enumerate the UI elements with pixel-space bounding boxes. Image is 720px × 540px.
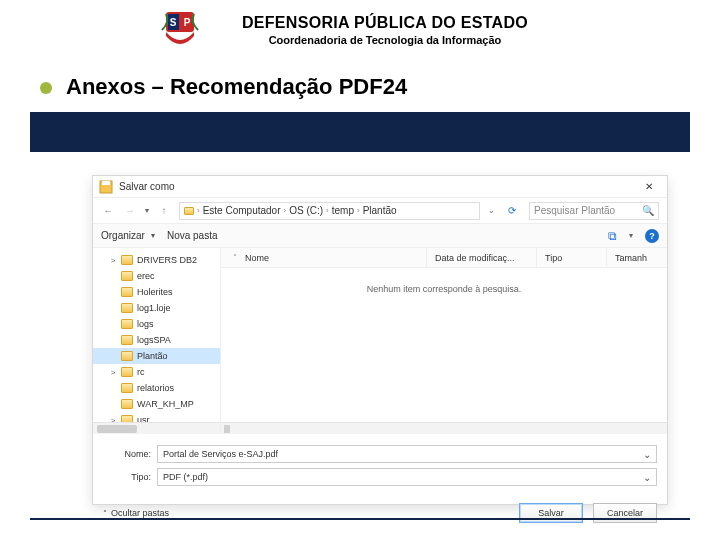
save-as-dialog: Salvar como ✕ ← → ▾ ↑ › Este Computador … xyxy=(92,175,668,505)
tree-label: WAR_KH_MP xyxy=(137,399,220,409)
help-button[interactable]: ? xyxy=(645,229,659,243)
dialog-toolbar: Organizar Nova pasta ⧉ ▾ ? xyxy=(93,224,667,248)
state-crest-icon: S P xyxy=(160,8,200,52)
search-placeholder: Pesquisar Plantão xyxy=(534,205,615,216)
col-type[interactable]: Tipo xyxy=(537,248,607,267)
tree-item[interactable]: WAR_KH_MP xyxy=(93,396,220,412)
dialog-nav: ← → ▾ ↑ › Este Computador › OS (C:) › te… xyxy=(93,198,667,224)
view-options-button[interactable]: ⧉ xyxy=(608,229,617,243)
folder-icon xyxy=(121,255,133,265)
refresh-button[interactable]: ⟳ xyxy=(503,205,521,216)
tree-item[interactable]: logs xyxy=(93,316,220,332)
dialog-form: Nome: Portal de Serviços e-SAJ.pdf Tipo:… xyxy=(93,434,667,497)
tree-caret-icon: > xyxy=(109,256,117,265)
up-button[interactable]: ↑ xyxy=(157,204,171,218)
tree-item[interactable]: erec xyxy=(93,268,220,284)
folder-icon xyxy=(121,335,133,345)
slide-title-row: Anexos – Recomendação PDF24 xyxy=(0,56,720,106)
empty-message: Nenhum item corresponde à pesquisa. xyxy=(221,268,667,422)
tree-label: relatorios xyxy=(137,383,220,393)
dialog-titlebar[interactable]: Salvar como ✕ xyxy=(93,176,667,198)
search-icon: 🔍 xyxy=(642,205,654,216)
col-size[interactable]: Tamanh xyxy=(607,248,667,267)
tree-label: Plantão xyxy=(137,351,220,361)
tree-label: erec xyxy=(137,271,220,281)
tree-item[interactable]: Plantão xyxy=(93,348,220,364)
org-title: DEFENSORIA PÚBLICA DO ESTADO xyxy=(210,14,560,32)
org-subtitle: Coordenadoria de Tecnologia da Informaçã… xyxy=(210,34,560,46)
breadcrumb-seg[interactable]: Este Computador xyxy=(203,205,281,216)
folder-icon xyxy=(121,303,133,313)
folder-icon xyxy=(121,399,133,409)
tree-item[interactable]: >DRIVERS DB2 xyxy=(93,252,220,268)
cancel-button[interactable]: Cancelar xyxy=(593,503,657,523)
breadcrumb-seg[interactable]: temp xyxy=(332,205,354,216)
accent-bar xyxy=(30,112,690,152)
tree-hscrollbar[interactable] xyxy=(93,422,220,434)
history-dropdown[interactable]: ▾ xyxy=(145,206,149,215)
breadcrumb-dropdown[interactable]: ⌄ xyxy=(488,206,495,215)
tree-label: rc xyxy=(137,367,220,377)
folder-icon xyxy=(121,287,133,297)
breadcrumb-seg[interactable]: Plantão xyxy=(363,205,397,216)
tree-label: logs xyxy=(137,319,220,329)
file-list-area: ˄Nome Data de modificaç... Tipo Tamanh N… xyxy=(221,248,667,434)
folder-icon xyxy=(121,271,133,281)
filename-input[interactable]: Portal de Serviços e-SAJ.pdf xyxy=(157,445,657,463)
dialog-title: Salvar como xyxy=(119,181,637,192)
svg-text:S: S xyxy=(170,17,177,28)
save-file-icon xyxy=(99,180,113,194)
svg-rect-5 xyxy=(102,181,110,185)
tree-item[interactable]: >rc xyxy=(93,364,220,380)
svg-text:P: P xyxy=(184,17,191,28)
bullet-icon xyxy=(40,82,52,94)
tree-label: DRIVERS DB2 xyxy=(137,255,220,265)
tree-item[interactable]: Holerites xyxy=(93,284,220,300)
tree-item[interactable]: log1.loje xyxy=(93,300,220,316)
tree-item[interactable]: logsSPA xyxy=(93,332,220,348)
organize-menu[interactable]: Organizar xyxy=(101,230,155,241)
folder-icon xyxy=(121,383,133,393)
file-hscrollbar[interactable] xyxy=(221,422,667,434)
col-date[interactable]: Data de modificaç... xyxy=(427,248,537,267)
slide-title: Anexos – Recomendação PDF24 xyxy=(66,74,407,100)
footer-rule xyxy=(30,518,690,520)
close-button[interactable]: ✕ xyxy=(637,181,661,192)
back-button[interactable]: ← xyxy=(101,204,115,218)
filetype-select[interactable]: PDF (*.pdf) xyxy=(157,468,657,486)
folder-icon xyxy=(121,351,133,361)
save-button[interactable]: Salvar xyxy=(519,503,583,523)
tree-label: log1.loje xyxy=(137,303,220,313)
search-input[interactable]: Pesquisar Plantão 🔍 xyxy=(529,202,659,220)
file-list-header[interactable]: ˄Nome Data de modificaç... Tipo Tamanh xyxy=(221,248,667,268)
filename-label: Nome: xyxy=(103,449,151,459)
view-options-dropdown[interactable]: ▾ xyxy=(629,231,633,240)
folder-tree[interactable]: >DRIVERS DB2erecHoleriteslog1.lojelogslo… xyxy=(93,248,221,434)
tree-label: Holerites xyxy=(137,287,220,297)
folder-icon xyxy=(121,367,133,377)
hide-folders-toggle[interactable]: ˄Ocultar pastas xyxy=(103,508,169,518)
tree-caret-icon: > xyxy=(109,368,117,377)
folder-icon xyxy=(121,319,133,329)
new-folder-button[interactable]: Nova pasta xyxy=(167,230,218,241)
breadcrumb-seg[interactable]: OS (C:) xyxy=(289,205,323,216)
tree-item[interactable]: relatorios xyxy=(93,380,220,396)
breadcrumb[interactable]: › Este Computador › OS (C:) › temp › Pla… xyxy=(179,202,480,220)
slide-header: S P DEFENSORIA PÚBLICA DO ESTADO Coorden… xyxy=(0,0,720,56)
col-name[interactable]: ˄Nome xyxy=(221,248,427,267)
dialog-footer: ˄Ocultar pastas Salvar Cancelar xyxy=(93,497,667,529)
filetype-label: Tipo: xyxy=(103,472,151,482)
tree-label: logsSPA xyxy=(137,335,220,345)
folder-icon xyxy=(184,207,194,215)
forward-button[interactable]: → xyxy=(123,204,137,218)
